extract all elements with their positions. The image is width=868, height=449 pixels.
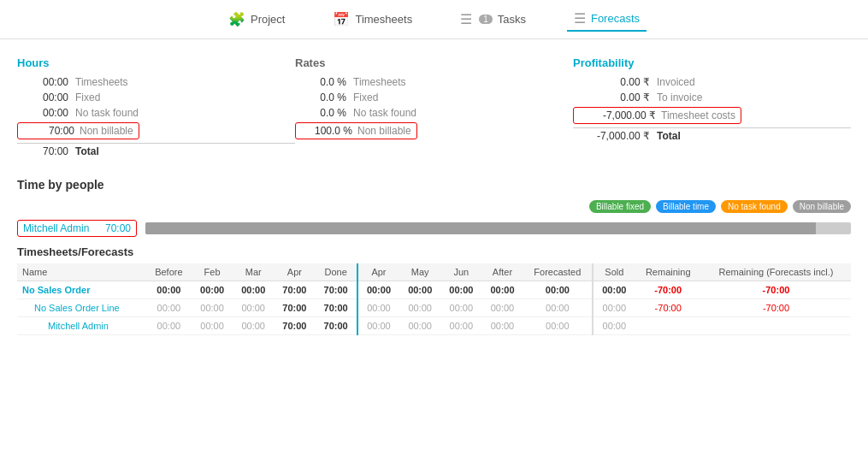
row-done: 70:00 (315, 317, 357, 335)
row-feb: 00:00 (192, 317, 233, 335)
legend-no-task: No task found (721, 200, 788, 213)
person-name: Mitchell Admin (23, 222, 89, 234)
col-apr: Apr (357, 263, 399, 281)
nav-project-label: Project (251, 13, 285, 26)
row-name: No Sales Order Line (17, 299, 146, 317)
col-sold: Sold (593, 263, 635, 281)
nav-timesheets[interactable]: 📅 Timesheets (326, 8, 419, 31)
col-remaining-incl: Remaining (Forecasts incl.) (701, 263, 851, 281)
hours-val-3: 70:00 (23, 125, 74, 137)
hours-row-1: 00:00 Fixed (17, 92, 295, 103)
row-after: 00:00 (481, 281, 523, 299)
row-name: No Sales Order (17, 281, 146, 299)
col-forecasted: Forecasted (523, 263, 593, 281)
hours-row-3: 70:00 Non billable (17, 122, 295, 139)
row-name: Mitchell Admin (17, 317, 146, 335)
row-forecasted: 00:00 (523, 317, 593, 335)
hours-label-4: Total (75, 145, 99, 157)
col-remaining: Remaining (635, 263, 700, 281)
col-apr-done: Apr (274, 263, 315, 281)
hours-highlighted-3: 70:00 Non billable (17, 122, 139, 139)
tasks-badge: 1 (479, 15, 493, 24)
row-sold: 00:00 (593, 317, 635, 335)
rates-label-2: No task found (353, 107, 416, 119)
row-after: 00:00 (481, 299, 523, 317)
nav-tasks[interactable]: ☰ 1 Tasks (453, 8, 533, 31)
row-sold: 00:00 (593, 281, 635, 299)
row-apr-done: 70:00 (274, 299, 315, 317)
row-mar: 00:00 (233, 281, 274, 299)
profit-row-1: 0.00 ₹ To invoice (573, 92, 851, 103)
nav-project[interactable]: 🧩 Project (221, 8, 292, 31)
hours-val-1: 00:00 (17, 92, 68, 103)
row-mar: 00:00 (233, 299, 274, 317)
hours-label-0: Timesheets (75, 76, 128, 88)
hours-row-2: 00:00 No task found (17, 107, 295, 119)
profit-label-0: Invoiced (657, 76, 695, 88)
row-forecasted: 00:00 (523, 299, 593, 317)
col-feb: Feb (192, 263, 233, 281)
row-before: 00:00 (146, 317, 192, 335)
table-row: No Sales Order Line 00:00 00:00 00:00 70… (17, 299, 851, 317)
legend-row: Billable fixed Billable time No task fou… (17, 200, 851, 213)
person-hours: 70:00 (105, 222, 131, 234)
person-bar-container (145, 222, 851, 234)
timesheets-forecasts-section: Timesheets/Forecasts Name Before Feb Mar… (17, 245, 851, 335)
row-feb: 00:00 (192, 299, 233, 317)
legend-billable-fixed: Billable fixed (589, 200, 651, 213)
hours-section: Hours 00:00 Timesheets 00:00 Fixed 00:00… (17, 56, 295, 161)
row-before: 00:00 (146, 281, 192, 299)
col-jun: Jun (440, 263, 481, 281)
profit-label-1: To invoice (657, 92, 702, 103)
rates-label-0: Timesheets (353, 76, 406, 88)
nav-forecasts[interactable]: ☰ Forecasts (567, 7, 647, 32)
col-done: Done (315, 263, 357, 281)
forecasts-icon: ☰ (574, 10, 586, 27)
row-apr: 00:00 (357, 317, 399, 335)
nav-timesheets-label: Timesheets (355, 13, 412, 26)
rates-highlighted-3: 100.0 % Non billable (295, 122, 417, 139)
timesheets-icon: 📅 (333, 11, 350, 27)
profit-label-2: Timesheet costs (661, 109, 735, 121)
rates-title: Rates (295, 56, 573, 69)
rates-val-2: 0.0 % (295, 107, 346, 119)
ts-title: Timesheets/Forecasts (17, 245, 851, 258)
top-navigation: 🧩 Project 📅 Timesheets ☰ 1 Tasks ☰ Forec… (0, 0, 868, 39)
row-may: 00:00 (399, 299, 440, 317)
time-by-people-section: Time by people Billable fixed Billable t… (17, 178, 851, 237)
hours-val-0: 00:00 (17, 76, 68, 88)
row-after: 00:00 (481, 317, 523, 335)
row-remaining (635, 317, 700, 335)
row-jun: 00:00 (440, 281, 481, 299)
table-row: No Sales Order 00:00 00:00 00:00 70:00 7… (17, 281, 851, 299)
row-mar: 00:00 (233, 317, 274, 335)
col-before: Before (146, 263, 192, 281)
ts-header-row: Name Before Feb Mar Apr Done Apr May Jun… (17, 263, 851, 281)
profit-val-0: 0.00 ₹ (573, 76, 650, 88)
profit-val-2: -7,000.00 ₹ (579, 109, 656, 121)
person-name-box: Mitchell Admin 70:00 (17, 220, 137, 237)
row-may: 00:00 (399, 317, 440, 335)
profit-row-0: 0.00 ₹ Invoiced (573, 76, 851, 88)
row-jun: 00:00 (440, 299, 481, 317)
nav-forecasts-label: Forecasts (591, 12, 640, 25)
row-apr: 00:00 (357, 281, 399, 299)
row-remaining: -70:00 (635, 281, 700, 299)
rates-row-3: 100.0 % Non billable (295, 122, 573, 139)
rates-row-2: 0.0 % No task found (295, 107, 573, 119)
profit-val-3: -7,000.00 ₹ (573, 130, 650, 142)
row-before: 00:00 (146, 299, 192, 317)
hours-title: Hours (17, 56, 295, 69)
rates-row-0: 0.0 % Timesheets (295, 76, 573, 88)
hours-val-4: 70:00 (17, 145, 68, 157)
rates-val-0: 0.0 % (295, 76, 346, 88)
row-apr-done: 70:00 (274, 281, 315, 299)
row-remaining: -70:00 (635, 299, 700, 317)
row-apr-done: 70:00 (274, 317, 315, 335)
table-row: Mitchell Admin 00:00 00:00 00:00 70:00 7… (17, 317, 851, 335)
project-icon: 🧩 (228, 11, 245, 27)
rates-label-3: Non billable (357, 125, 411, 137)
ts-table: Name Before Feb Mar Apr Done Apr May Jun… (17, 263, 851, 335)
col-mar: Mar (233, 263, 274, 281)
row-sold: 00:00 (593, 299, 635, 317)
